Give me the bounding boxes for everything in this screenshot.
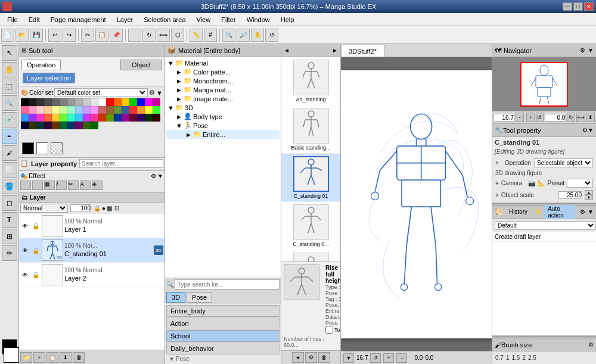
canvas-zoom-out[interactable]: - [396, 353, 407, 363]
tree-item-color-pattern[interactable]: ► 📁 Color patte... [166, 67, 280, 76]
toolbar-ruler[interactable]: 📏 [190, 29, 203, 42]
color-swatch[interactable] [36, 122, 44, 129]
nav-zoom-in-btn[interactable]: + [526, 113, 535, 122]
object-button[interactable]: Object [120, 60, 162, 70]
auto-action-expand[interactable]: ▼ [588, 209, 594, 215]
tool-fill[interactable]: 🪣 [2, 179, 17, 194]
toolbar-zoom-in[interactable]: 🔍 [222, 29, 235, 42]
color-swatch[interactable] [83, 122, 91, 129]
color-swatch[interactable] [129, 114, 137, 122]
close-button[interactable]: ✕ [584, 2, 594, 11]
toolbar-open[interactable]: 📂 [15, 29, 29, 42]
color-swatch[interactable] [83, 98, 91, 106]
tree-expand-entire[interactable]: ► [185, 131, 192, 138]
menu-window[interactable]: Window [242, 15, 275, 24]
menu-help[interactable]: Help [276, 15, 299, 24]
brush-size-0.7[interactable]: 0.7 [495, 354, 504, 361]
pose-sep-expand[interactable]: ▼ [169, 356, 175, 362]
gallery-back-icon[interactable]: ◄ [284, 47, 290, 54]
tool-text[interactable]: T [2, 212, 17, 228]
color-swatch[interactable] [153, 114, 160, 122]
effect-menu-icon[interactable]: ▼ [157, 173, 163, 179]
color-swatch[interactable] [67, 114, 75, 122]
tree-item-material[interactable]: ▼ 📁 Material [166, 58, 280, 67]
tree-item-image-mat[interactable]: ► 📁 Image mate... [166, 94, 280, 103]
color-swatch[interactable] [153, 106, 160, 114]
dot-icon[interactable]: ● [102, 205, 105, 211]
color-set-menu-icon[interactable]: ▼ [156, 89, 163, 97]
toolbar-paste[interactable]: 📌 [110, 29, 123, 42]
toolbar-zoom-out[interactable]: 🔎 [237, 29, 250, 42]
camera-expand[interactable]: + [495, 180, 499, 186]
tree-item-pose[interactable]: ▼ 🏃 Pose [166, 121, 280, 130]
nav-rotate-cw[interactable]: ↻ [567, 113, 575, 122]
auto-action-settings[interactable]: ⚙ [580, 209, 585, 215]
search-layer-input[interactable] [79, 159, 163, 168]
color-swatch[interactable] [106, 106, 114, 114]
effect-btn-6[interactable]: A [80, 181, 91, 190]
tool-eraser[interactable]: ⬜ [2, 162, 17, 178]
maximize-button[interactable]: □ [573, 2, 583, 11]
transparent-color[interactable] [51, 142, 63, 154]
color-swatch[interactable] [67, 98, 75, 106]
effect-settings-icon[interactable]: ⚙ [151, 173, 156, 179]
menu-file[interactable]: File [2, 15, 23, 24]
effect-btn-5[interactable]: ✏ [68, 181, 79, 190]
layer-merge[interactable]: ⬇ [60, 352, 72, 363]
layer-delete[interactable]: 🗑 [73, 352, 85, 363]
tool-prop-expand[interactable]: ▼ [588, 127, 594, 133]
nav-zoom-out-btn[interactable]: - [516, 113, 524, 122]
color-swatch[interactable] [137, 106, 145, 114]
tool-select-rect[interactable]: ⬚ [2, 79, 17, 94]
color-set-settings-icon[interactable]: ⚙ [149, 89, 155, 97]
tree-expand-image[interactable]: ► [176, 95, 182, 102]
effect-btn-4[interactable]: / [56, 181, 67, 190]
tree-item-manga-mat[interactable]: ► 📁 Manga mat... [166, 85, 280, 94]
tree-expand-body[interactable]: ► [176, 113, 182, 120]
nav-rotate-ccw[interactable]: ↺ [536, 113, 544, 122]
tool-operation[interactable]: ↖ [2, 45, 17, 61]
color-swatch[interactable] [91, 122, 98, 129]
color-swatch[interactable] [44, 98, 52, 106]
color-swatch[interactable] [36, 114, 44, 122]
canvas-tab-main[interactable]: 3DStuff2* [341, 45, 384, 57]
canvas-zoom-in[interactable]: + [383, 353, 394, 363]
color-swatch[interactable] [44, 114, 52, 122]
color-swatch[interactable] [44, 122, 52, 129]
color-swatch[interactable] [60, 114, 67, 122]
pose-cat-daily[interactable]: Daily_behavior [166, 343, 280, 354]
color-swatch[interactable] [21, 106, 29, 114]
color-swatch[interactable] [52, 106, 60, 114]
color-swatch[interactable] [153, 98, 160, 106]
toolbar-rotate-canvas[interactable]: ↺ [265, 29, 278, 42]
history-tab[interactable]: History [505, 208, 531, 216]
layer-add-folder[interactable]: 📁 [20, 352, 32, 363]
layer-copy[interactable]: 📋 [46, 352, 58, 363]
brush-size-2.5[interactable]: 2.5 [528, 354, 536, 361]
layer-lock-toggle[interactable]: 🔒 [31, 221, 41, 231]
color-swatch[interactable] [114, 98, 122, 106]
tool-ruler[interactable]: ⊞ [2, 229, 17, 244]
pose-cat-entire-body[interactable]: Entire_body [166, 305, 280, 317]
brush-size-1.5[interactable]: 1.5 [511, 354, 520, 361]
color-swatch[interactable] [29, 106, 36, 114]
toolbar-new[interactable]: 📄 [1, 29, 14, 42]
color-swatch[interactable] [29, 114, 36, 122]
pose-cat-action[interactable]: Action [166, 318, 280, 329]
color-swatch[interactable] [129, 106, 137, 114]
tree-expand-pose[interactable]: ▼ [176, 122, 182, 129]
color-swatch[interactable] [98, 114, 106, 122]
color-swatch[interactable] [98, 106, 106, 114]
tree-expand-color[interactable]: ► [176, 69, 182, 76]
tool-eyedropper[interactable]: 💉 [2, 112, 17, 127]
color-swatch[interactable] [21, 122, 29, 129]
color-swatch[interactable] [29, 122, 36, 129]
tool-move[interactable]: ✋ [2, 62, 17, 77]
color-swatch[interactable] [145, 106, 153, 114]
toolbar-transform[interactable]: ⬜ [128, 29, 141, 42]
blend-mode-icon[interactable]: ⊡ [114, 205, 119, 211]
toolbar-copy[interactable]: 📋 [95, 29, 108, 42]
color-swatch[interactable] [145, 114, 153, 122]
auto-action-select[interactable]: Default [495, 221, 596, 230]
preset-select[interactable] [567, 179, 593, 188]
